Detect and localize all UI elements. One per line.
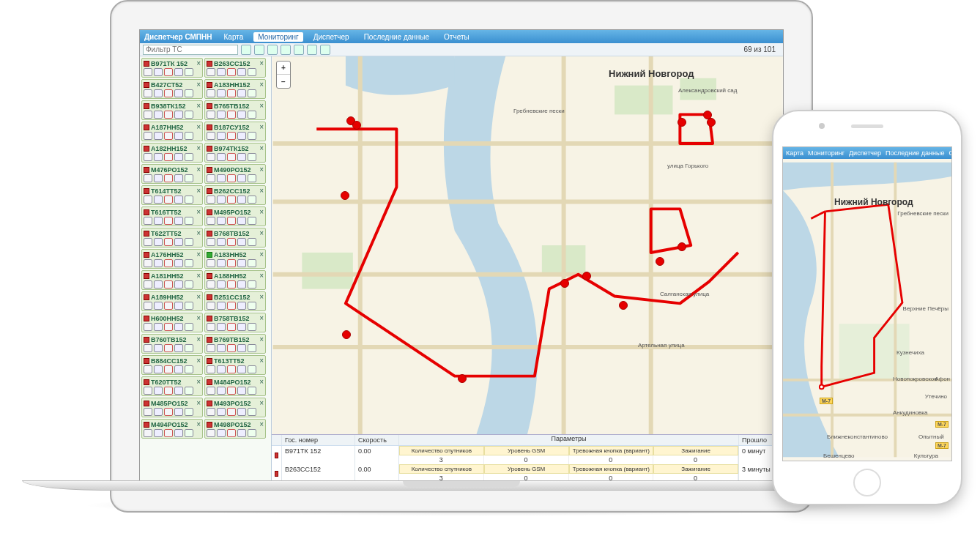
center-icon[interactable] [185, 302, 193, 310]
vehicle-card[interactable]: В974ТК152 × [204, 143, 266, 163]
eye-icon[interactable] [207, 89, 215, 97]
vehicle-card[interactable]: А176НН52 × [141, 249, 203, 269]
close-icon[interactable]: × [259, 357, 264, 365]
magnifier-icon[interactable] [174, 238, 183, 246]
close-icon[interactable]: × [196, 81, 201, 89]
vehicle-card[interactable]: А189НН52 × [141, 291, 203, 311]
close-icon[interactable]: × [259, 81, 264, 89]
magnifier-icon[interactable] [237, 259, 246, 267]
vehicle-card[interactable]: В769ТВ152 × [204, 334, 266, 354]
close-icon[interactable]: × [259, 208, 264, 216]
vehicle-filter-input[interactable] [143, 45, 238, 55]
vehicle-card[interactable]: М494РО152 × [141, 419, 203, 439]
center-icon[interactable] [248, 68, 256, 76]
phone-tab-recent[interactable]: Последние данные [886, 149, 944, 157]
vehicle-card[interactable]: Т622ТТ52 × [141, 228, 203, 247]
tab-recent[interactable]: Последние данные [360, 32, 434, 42]
center-icon[interactable] [248, 89, 256, 97]
tab-reports[interactable]: Отчеты [439, 32, 474, 42]
close-icon[interactable]: × [259, 314, 264, 322]
magnifier-icon[interactable] [174, 217, 183, 225]
close-icon[interactable]: × [196, 187, 201, 195]
center-icon[interactable] [185, 153, 193, 161]
center-icon[interactable] [185, 217, 193, 225]
vehicle-sidebar[interactable]: В971ТК 152 × В263СС152 × В427СТ52 × [140, 56, 272, 483]
magnifier-icon[interactable] [174, 196, 183, 204]
vehicle-marker[interactable] [560, 279, 569, 288]
phone-tab-monitoring[interactable]: Мониторинг [808, 149, 844, 157]
route-icon[interactable] [154, 408, 163, 416]
close-icon[interactable]: × [259, 165, 264, 174]
close-icon[interactable]: × [196, 314, 201, 322]
vehicle-card[interactable]: В427СТ52 × [141, 79, 203, 99]
center-icon[interactable] [248, 302, 256, 310]
center-icon[interactable] [248, 323, 256, 331]
eye-icon[interactable] [144, 387, 152, 395]
center-icon[interactable] [248, 408, 256, 416]
route-icon[interactable] [154, 387, 163, 395]
close-icon[interactable]: × [259, 144, 264, 152]
delete-icon[interactable] [164, 68, 173, 76]
eye-icon[interactable] [207, 408, 215, 416]
vehicle-card[interactable]: В251СС152 × [204, 291, 266, 311]
eye-icon[interactable] [144, 196, 152, 204]
eye-icon[interactable] [207, 429, 215, 437]
magnifier-icon[interactable] [237, 68, 246, 76]
center-icon[interactable] [185, 323, 193, 331]
close-icon[interactable]: × [259, 123, 264, 131]
delete-icon[interactable] [164, 111, 173, 119]
eye-icon[interactable] [207, 302, 215, 310]
magnifier-icon[interactable] [174, 68, 183, 76]
magnifier-icon[interactable] [174, 408, 183, 416]
vehicle-marker[interactable] [341, 191, 349, 200]
delete-icon[interactable] [227, 89, 236, 97]
magnifier-icon[interactable] [237, 196, 246, 204]
vehicle-card[interactable]: А183НН52 × [204, 249, 266, 269]
route-icon[interactable] [217, 89, 226, 97]
center-icon[interactable] [185, 344, 193, 352]
close-icon[interactable]: × [259, 378, 264, 386]
route-icon[interactable] [154, 68, 163, 76]
magnifier-icon[interactable] [237, 89, 246, 97]
toolbar-icon[interactable] [267, 45, 278, 55]
center-icon[interactable] [248, 429, 256, 437]
vehicle-card[interactable]: М485РО152 × [141, 398, 203, 417]
vehicle-card[interactable]: В758ТВ152 × [204, 313, 266, 332]
route-icon[interactable] [154, 174, 163, 182]
close-icon[interactable]: × [196, 420, 201, 428]
magnifier-icon[interactable] [237, 111, 246, 119]
toolbar-icon[interactable] [307, 45, 317, 55]
close-icon[interactable]: × [196, 378, 201, 386]
magnifier-icon[interactable] [174, 89, 183, 97]
eye-icon[interactable] [144, 344, 152, 352]
delete-icon[interactable] [164, 174, 173, 182]
delete-icon[interactable] [227, 387, 236, 395]
toolbar-icon[interactable] [294, 45, 304, 55]
center-icon[interactable] [248, 365, 256, 373]
center-icon[interactable] [185, 111, 193, 119]
route-icon[interactable] [217, 217, 226, 225]
toolbar-icon[interactable] [254, 45, 264, 55]
close-icon[interactable]: × [196, 293, 201, 301]
vehicle-marker[interactable] [678, 118, 686, 127]
eye-icon[interactable] [144, 408, 152, 416]
eye-icon[interactable] [144, 302, 152, 310]
vehicle-card[interactable]: А182НН152 × [141, 143, 203, 163]
center-icon[interactable] [248, 259, 256, 267]
vehicle-marker[interactable] [582, 272, 591, 280]
close-icon[interactable]: × [196, 335, 201, 343]
route-icon[interactable] [217, 302, 226, 310]
eye-icon[interactable] [144, 174, 152, 182]
eye-icon[interactable] [144, 68, 152, 76]
eye-icon[interactable] [207, 196, 215, 204]
vehicle-card[interactable]: М490РО152 × [204, 164, 266, 184]
center-icon[interactable] [185, 238, 193, 246]
map-viewport[interactable]: + − [272, 56, 783, 434]
delete-icon[interactable] [227, 153, 236, 161]
delete-icon[interactable] [164, 217, 173, 225]
delete-icon[interactable] [227, 344, 236, 352]
vehicle-card[interactable]: В765ТВ152 × [204, 100, 266, 120]
route-icon[interactable] [154, 365, 163, 373]
eye-icon[interactable] [144, 111, 152, 119]
magnifier-icon[interactable] [174, 280, 183, 289]
